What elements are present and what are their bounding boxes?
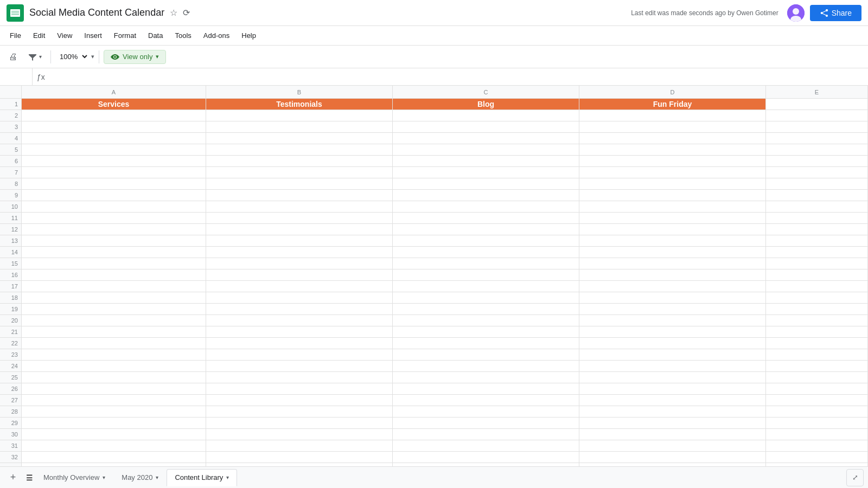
cell-D15[interactable] — [579, 258, 766, 269]
cell-C24[interactable] — [393, 361, 579, 371]
cell-D9[interactable] — [579, 190, 766, 201]
cell-extra-23[interactable] — [766, 349, 868, 360]
cell-B2[interactable] — [206, 110, 393, 121]
zoom-select[interactable]: 100% 75% 125% 150% — [55, 51, 89, 62]
cell-B7[interactable] — [206, 167, 393, 178]
col-header-a[interactable]: A — [22, 86, 206, 98]
cell-B24[interactable] — [206, 361, 393, 371]
cell-D22[interactable] — [579, 338, 766, 349]
sheets-list-icon[interactable]: ☰ — [26, 473, 33, 482]
cell-A6[interactable] — [22, 156, 206, 166]
cell-B15[interactable] — [206, 258, 393, 269]
cell-extra-4[interactable] — [766, 133, 868, 144]
menu-edit[interactable]: Edit — [28, 29, 50, 42]
cell-A13[interactable] — [22, 235, 206, 246]
cell-A17[interactable] — [22, 281, 206, 292]
cell-extra-16[interactable] — [766, 269, 868, 280]
cell-D17[interactable] — [579, 281, 766, 292]
cell-B19[interactable] — [206, 304, 393, 314]
cell-C9[interactable] — [393, 190, 579, 201]
menu-tools[interactable]: Tools — [169, 29, 196, 42]
cell-extra-19[interactable] — [766, 304, 868, 314]
cell-extra-8[interactable] — [766, 178, 868, 189]
cloud-icon[interactable]: ⟳ — [182, 7, 191, 19]
cell-A27[interactable] — [22, 395, 206, 406]
cell-D31[interactable] — [579, 440, 766, 451]
cell-A15[interactable] — [22, 258, 206, 269]
add-sheet-button[interactable]: + — [4, 469, 22, 486]
cell-A7[interactable] — [22, 167, 206, 178]
cell-B20[interactable] — [206, 315, 393, 326]
menu-format[interactable]: Format — [108, 29, 142, 42]
cell-D20[interactable] — [579, 315, 766, 326]
cell-A5[interactable] — [22, 144, 206, 155]
cell-B10[interactable] — [206, 201, 393, 212]
col-header-e[interactable]: E — [766, 86, 868, 98]
cell-C10[interactable] — [393, 201, 579, 212]
cell-extra-32[interactable] — [766, 452, 868, 463]
cell-C1[interactable]: Blog — [393, 99, 579, 110]
cell-D10[interactable] — [579, 201, 766, 212]
cell-B23[interactable] — [206, 349, 393, 360]
cell-A14[interactable] — [22, 247, 206, 258]
share-button[interactable]: Share — [810, 5, 861, 21]
cell-extra-29[interactable] — [766, 418, 868, 428]
cell-D5[interactable] — [579, 144, 766, 155]
cell-D24[interactable] — [579, 361, 766, 371]
print-button[interactable]: 🖨 — [4, 50, 22, 64]
cell-C22[interactable] — [393, 338, 579, 349]
cell-A10[interactable] — [22, 201, 206, 212]
cell-extra-25[interactable] — [766, 372, 868, 383]
cell-extra-26[interactable] — [766, 383, 868, 394]
cell-A20[interactable] — [22, 315, 206, 326]
cell-A19[interactable] — [22, 304, 206, 314]
cell-C25[interactable] — [393, 372, 579, 383]
cell-D11[interactable] — [579, 213, 766, 223]
tab-monthly-overview[interactable]: Monthly Overview ▾ — [35, 469, 113, 486]
cell-D26[interactable] — [579, 383, 766, 394]
cell-C20[interactable] — [393, 315, 579, 326]
avatar[interactable] — [787, 4, 805, 22]
cell-A22[interactable] — [22, 338, 206, 349]
cell-extra-17[interactable] — [766, 281, 868, 292]
cell-extra-18[interactable] — [766, 292, 868, 303]
menu-insert[interactable]: Insert — [79, 29, 107, 42]
formula-input[interactable] — [49, 68, 868, 85]
menu-view[interactable]: View — [52, 29, 78, 42]
cell-extra-20[interactable] — [766, 315, 868, 326]
cell-D30[interactable] — [579, 429, 766, 440]
cell-C14[interactable] — [393, 247, 579, 258]
cell-B8[interactable] — [206, 178, 393, 189]
cell-B26[interactable] — [206, 383, 393, 394]
cell-extra-3[interactable] — [766, 121, 868, 132]
cell-C12[interactable] — [393, 224, 579, 235]
cell-B4[interactable] — [206, 133, 393, 144]
tab-content-library[interactable]: Content Library ▾ — [167, 469, 237, 486]
cell-B29[interactable] — [206, 418, 393, 428]
cell-extra-14[interactable] — [766, 247, 868, 258]
cell-A26[interactable] — [22, 383, 206, 394]
cell-D19[interactable] — [579, 304, 766, 314]
cell-C17[interactable] — [393, 281, 579, 292]
cell-D32[interactable] — [579, 452, 766, 463]
cell-A12[interactable] — [22, 224, 206, 235]
cell-C28[interactable] — [393, 406, 579, 417]
cell-A4[interactable] — [22, 133, 206, 144]
cell-D18[interactable] — [579, 292, 766, 303]
cell-B27[interactable] — [206, 395, 393, 406]
cell-A29[interactable] — [22, 418, 206, 428]
cell-D25[interactable] — [579, 372, 766, 383]
cell-extra-2[interactable] — [766, 110, 868, 121]
cell-B25[interactable] — [206, 372, 393, 383]
cell-D16[interactable] — [579, 269, 766, 280]
cell-B30[interactable] — [206, 429, 393, 440]
cell-A2[interactable] — [22, 110, 206, 121]
col-header-d[interactable]: D — [579, 86, 766, 98]
cell-C21[interactable] — [393, 326, 579, 337]
cell-C13[interactable] — [393, 235, 579, 246]
cell-extra-21[interactable] — [766, 326, 868, 337]
cell-D7[interactable] — [579, 167, 766, 178]
cell-extra-5[interactable] — [766, 144, 868, 155]
cell-A3[interactable] — [22, 121, 206, 132]
menu-data[interactable]: Data — [143, 29, 168, 42]
